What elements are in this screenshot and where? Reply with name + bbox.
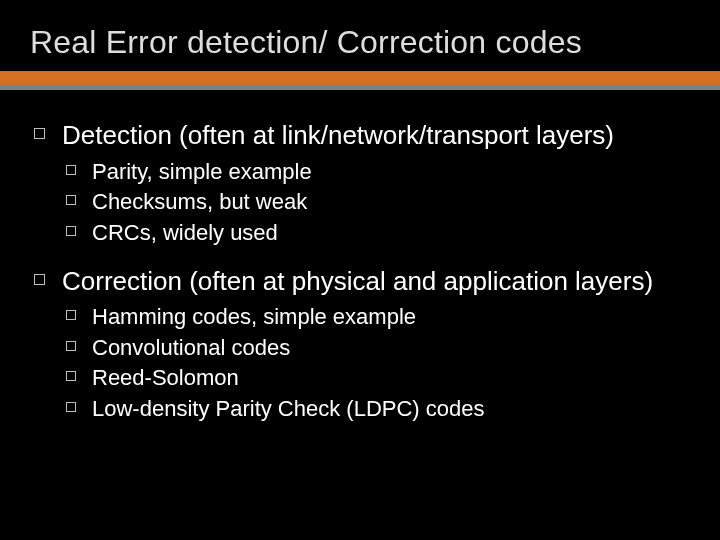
slide-title: Real Error detection/ Correction codes — [0, 0, 720, 71]
list-item-text: Parity, simple example — [92, 159, 312, 184]
list-item: Checksums, but weak — [92, 188, 676, 217]
slide: Real Error detection/ Correction codes D… — [0, 0, 720, 540]
sub-list: Parity, simple example Checksums, but we… — [92, 158, 676, 248]
list-item: Convolutional codes — [92, 334, 676, 363]
slide-body: Detection (often at link/network/transpo… — [0, 90, 720, 424]
square-bullet-icon — [66, 371, 76, 381]
list-item-text: CRCs, widely used — [92, 220, 278, 245]
list-item-text: Low-density Parity Check (LDPC) codes — [92, 396, 484, 421]
square-bullet-icon — [66, 195, 76, 205]
list-item: Parity, simple example — [92, 158, 676, 187]
section-heading: Correction (often at physical and applic… — [62, 266, 676, 298]
list-item-text: Checksums, but weak — [92, 189, 307, 214]
list-item-text: Hamming codes, simple example — [92, 304, 416, 329]
list-item: Hamming codes, simple example — [92, 303, 676, 332]
square-bullet-icon — [66, 402, 76, 412]
square-bullet-icon — [34, 128, 45, 139]
list-item-text: Convolutional codes — [92, 335, 290, 360]
section-heading-text: Correction (often at physical and applic… — [62, 266, 653, 296]
list-item-text: Reed-Solomon — [92, 365, 239, 390]
list-item: CRCs, widely used — [92, 219, 676, 248]
square-bullet-icon — [66, 165, 76, 175]
square-bullet-icon — [66, 226, 76, 236]
list-item: Low-density Parity Check (LDPC) codes — [92, 395, 676, 424]
sub-list: Hamming codes, simple example Convolutio… — [92, 303, 676, 423]
square-bullet-icon — [66, 341, 76, 351]
list-item: Reed-Solomon — [92, 364, 676, 393]
square-bullet-icon — [66, 310, 76, 320]
section-heading-text: Detection (often at link/network/transpo… — [62, 120, 614, 150]
section-heading: Detection (often at link/network/transpo… — [62, 120, 676, 152]
divider-orange — [0, 71, 720, 85]
square-bullet-icon — [34, 274, 45, 285]
